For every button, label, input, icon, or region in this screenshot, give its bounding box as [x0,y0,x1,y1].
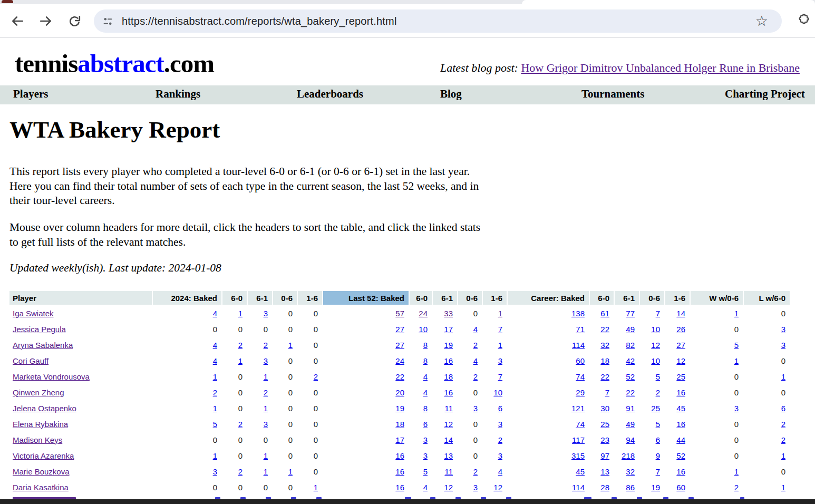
stat-link[interactable]: 2 [734,483,739,492]
col-header-13-6-1[interactable]: 6-1 [615,291,639,305]
stat-link[interactable]: 1 [264,404,268,413]
stat-link[interactable]: 3 [498,356,502,365]
player-link[interactable]: Marketa Vondrousova [13,372,90,381]
stat-link[interactable]: 9 [656,451,660,460]
stat-link[interactable]: 1 [213,451,217,460]
stat-link[interactable]: 12 [493,483,502,492]
stat-link[interactable]: 13 [600,467,609,476]
stat-link[interactable]: 121 [571,404,585,413]
stat-link[interactable]: 23 [600,435,609,444]
stat-link[interactable]: 16 [444,388,453,397]
nav-item-tournaments[interactable]: Tournaments [581,88,644,101]
stat-link[interactable]: 3 [781,325,785,334]
stat-link[interactable]: 4 [423,372,428,381]
player-link[interactable]: Aryna Sabalenka [13,341,73,350]
stat-link[interactable]: 49 [626,420,635,429]
stat-link[interactable]: 7 [498,325,502,334]
stat-link[interactable]: 97 [600,451,609,460]
stat-link[interactable]: 2 [781,420,785,429]
stat-link[interactable]: 19 [444,341,453,350]
stat-link[interactable]: 6 [656,435,660,444]
stat-link[interactable]: 117 [572,435,585,444]
stat-link[interactable]: 4 [423,388,428,397]
player-link[interactable]: Marie Bouzkova [13,467,70,476]
stat-link[interactable]: 22 [626,388,635,397]
stat-link[interactable]: 24 [419,309,428,318]
player-link[interactable]: Daria Kasatkina [13,483,69,492]
stat-link[interactable]: 1 [781,451,785,460]
stat-link[interactable]: 22 [395,372,404,381]
stat-link[interactable]: 24 [395,356,404,365]
stat-link[interactable]: 26 [676,325,685,334]
col-header-16-w-w-0-6[interactable]: W w/0-6 [691,291,743,305]
stat-link[interactable]: 1 [781,372,785,381]
stat-link[interactable]: 28 [600,483,609,492]
col-header-6-last-52-baked[interactable]: Last 52: Baked [323,291,409,305]
blog-post-link[interactable]: How Grigor Dimitrov Unbalanced Holger Ru… [521,61,800,74]
stat-link[interactable]: 13 [444,451,453,460]
stat-link[interactable]: 315 [571,451,585,460]
stat-link[interactable]: 3 [498,451,502,460]
nav-item-rankings[interactable]: Rankings [156,88,200,101]
stat-link[interactable]: 5 [656,420,660,429]
stat-link[interactable]: 4 [473,356,478,365]
stat-link[interactable]: 42 [626,356,635,365]
stat-link[interactable]: 2 [473,372,478,381]
col-header-5-1-6[interactable]: 1-6 [298,291,322,305]
stat-link[interactable]: 2 [498,435,502,444]
stat-link[interactable]: 1 [238,356,242,365]
stat-link[interactable]: 2 [656,388,660,397]
stat-link[interactable]: 138 [571,309,585,318]
stat-link[interactable]: 11 [444,467,453,476]
stat-link[interactable]: 18 [444,372,453,381]
stat-link[interactable]: 74 [576,420,585,429]
stat-link[interactable]: 29 [576,388,585,397]
stat-link[interactable]: 5 [423,467,428,476]
stat-link[interactable]: 60 [676,483,685,492]
player-link[interactable]: Qinwen Zheng [13,388,64,397]
stat-link[interactable]: 12 [651,341,660,350]
col-header-15-1-6[interactable]: 1-6 [665,291,690,305]
stat-link[interactable]: 91 [626,404,635,413]
stat-link[interactable]: 2 [238,341,242,350]
forward-button[interactable] [38,13,54,29]
player-link[interactable]: Cori Gauff [13,356,48,365]
stat-link[interactable]: 2 [473,341,478,350]
col-header-8-6-1[interactable]: 6-1 [433,291,457,305]
stat-link[interactable]: 33 [444,309,453,318]
stat-link[interactable]: 12 [676,356,685,365]
stat-link[interactable]: 3 [264,420,268,429]
stat-link[interactable]: 2 [314,372,318,381]
stat-link[interactable]: 27 [395,341,404,350]
stat-link[interactable]: 25 [676,372,685,381]
stat-link[interactable]: 16 [444,356,453,365]
stat-link[interactable]: 8 [423,404,428,413]
stat-link[interactable]: 3 [781,341,785,350]
stat-link[interactable]: 7 [656,467,660,476]
stat-link[interactable]: 4 [213,341,217,350]
stat-link[interactable]: 16 [676,420,685,429]
stat-link[interactable]: 27 [676,341,685,350]
player-link[interactable]: Madison Keys [13,435,62,444]
stat-link[interactable]: 218 [622,451,635,460]
col-header-3-6-1[interactable]: 6-1 [248,291,272,305]
stat-link[interactable]: 3 [264,356,268,365]
stat-link[interactable]: 4 [423,483,428,492]
stat-link[interactable]: 82 [626,341,635,350]
stat-link[interactable]: 2 [238,420,242,429]
stat-link[interactable]: 32 [626,467,635,476]
stat-link[interactable]: 45 [576,467,585,476]
extensions-puzzle-icon[interactable] [796,13,810,30]
stat-link[interactable]: 71 [576,325,585,334]
stat-link[interactable]: 2 [213,388,217,397]
nav-item-charting-project[interactable]: Charting Project [725,88,805,101]
stat-link[interactable]: 6 [781,404,785,413]
stat-link[interactable]: 17 [395,435,404,444]
stat-link[interactable]: 1 [498,341,502,350]
stat-link[interactable]: 3 [473,404,478,413]
player-link[interactable]: Iga Swiatek [13,309,54,318]
stat-link[interactable]: 10 [651,325,660,334]
stat-link[interactable]: 18 [600,356,609,365]
stat-link[interactable]: 1 [288,341,293,350]
stat-link[interactable]: 57 [395,309,404,318]
